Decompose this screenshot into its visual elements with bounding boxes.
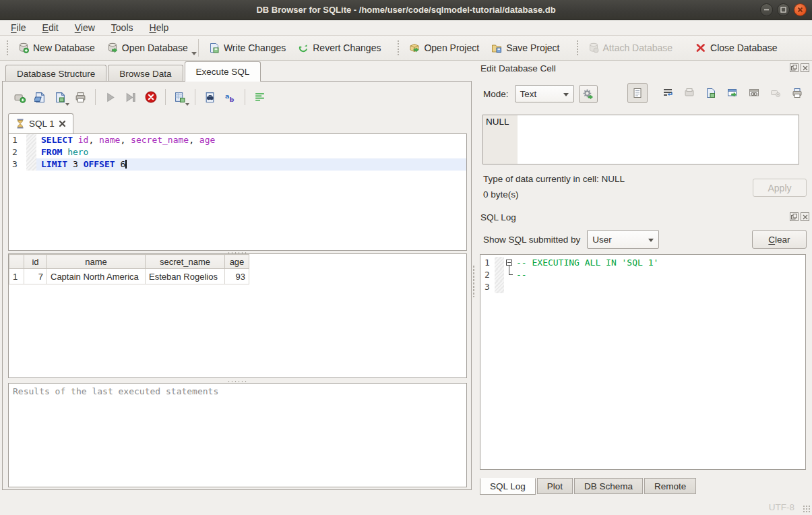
menu-file[interactable]: File	[3, 21, 34, 34]
log-line: 3	[480, 281, 805, 293]
main-toolbar: New Database Open Database Write Changes…	[0, 36, 812, 61]
export-cell-button[interactable]	[700, 83, 722, 103]
tab-db-schema[interactable]: DB Schema	[574, 478, 643, 494]
new-sql-tab-button[interactable]	[11, 88, 29, 107]
float-dock-icon	[791, 65, 797, 71]
open-external-icon	[727, 88, 738, 98]
line-number: 2	[9, 146, 26, 158]
float-dock-button[interactable]	[790, 63, 799, 72]
import-file-icon	[684, 88, 695, 98]
tab-browse-data[interactable]: Browse Data	[108, 65, 183, 82]
copy-link-button[interactable]	[743, 83, 765, 103]
column-header-name[interactable]: name	[47, 255, 146, 269]
new-tab-icon	[14, 92, 26, 103]
mode-label: Mode:	[483, 89, 509, 99]
log-filter-combobox[interactable]: User	[587, 230, 659, 249]
panel-splitter[interactable]	[472, 265, 476, 297]
print-cell-button[interactable]	[786, 83, 808, 103]
editor-line: 2 FROM hero	[9, 146, 466, 158]
row-number[interactable]: 1	[9, 269, 24, 284]
close-dock-button[interactable]	[801, 63, 809, 72]
word-wrap-button[interactable]	[657, 83, 679, 103]
tab-remote[interactable]: Remote	[644, 478, 696, 494]
cell-id[interactable]: 7	[24, 269, 47, 284]
open-project-button[interactable]: Open Project	[403, 39, 485, 57]
close-database-button[interactable]: Close Database	[689, 39, 784, 57]
window-controls	[760, 3, 807, 16]
cell-name[interactable]: Captain North America	[47, 269, 146, 284]
log-entry: --	[516, 269, 527, 281]
hourglass-icon	[15, 119, 25, 129]
cell-age[interactable]: 93	[225, 269, 249, 284]
gear-apply-icon	[582, 88, 594, 100]
corner-header[interactable]	[9, 255, 24, 269]
write-changes-button[interactable]: Write Changes	[203, 39, 292, 57]
right-pane: Edit Database Cell Mode: Text	[476, 61, 812, 495]
format-sql-button[interactable]	[251, 88, 269, 107]
text-cursor	[125, 160, 127, 169]
open-database-dropdown-caret-icon[interactable]	[191, 52, 197, 55]
tab-plot[interactable]: Plot	[537, 478, 573, 494]
cell-secret-name[interactable]: Esteban Rogelios	[146, 269, 225, 284]
close-tab-icon[interactable]	[59, 120, 66, 127]
log-line: 2 --	[480, 269, 805, 281]
menu-view[interactable]: View	[67, 21, 103, 34]
menu-edit[interactable]: Edit	[34, 21, 67, 34]
sql-1-tab[interactable]: SQL 1	[8, 113, 73, 133]
column-header-age[interactable]: age	[225, 255, 249, 269]
log-line-number: 3	[480, 281, 495, 293]
toolbar-drag-handle[interactable]	[575, 39, 580, 57]
revert-changes-button[interactable]: Revert Changes	[292, 39, 387, 57]
float-dock-icon	[791, 214, 797, 220]
auto-mode-button[interactable]	[579, 85, 598, 103]
sql-log-view[interactable]: 1 -- EXECUTING ALL IN 'SQL 1' 2 -- 3	[480, 254, 806, 470]
text-mode-button[interactable]	[627, 83, 648, 103]
new-database-button[interactable]: New Database	[12, 39, 101, 57]
save-sql-file-button[interactable]	[51, 88, 69, 107]
print-sql-button[interactable]	[71, 88, 90, 107]
toolbar-drag-handle[interactable]	[5, 39, 9, 57]
save-project-button[interactable]: Save Project	[485, 39, 565, 57]
word-wrap-icon	[662, 88, 673, 98]
fold-tree-line	[509, 266, 513, 275]
write-changes-icon	[209, 42, 220, 53]
export-results-button[interactable]	[171, 88, 189, 107]
clear-log-button[interactable]: Clear	[752, 230, 807, 249]
tab-execute-sql[interactable]: Execute SQL	[185, 61, 261, 82]
editor-line: 1 SELECT id, name, secret_name, age	[9, 134, 466, 146]
save-sql-dropdown-caret-icon[interactable]	[65, 103, 69, 106]
open-external-button[interactable]	[722, 83, 743, 103]
gutter	[26, 146, 36, 158]
mode-combobox[interactable]: Text	[515, 85, 574, 102]
stop-execution-button[interactable]	[142, 88, 160, 107]
autocomplete-button[interactable]: ab	[221, 88, 239, 107]
fold-minus-icon[interactable]	[506, 260, 512, 266]
open-database-button[interactable]: Open Database	[101, 39, 194, 57]
menu-help[interactable]: Help	[142, 21, 177, 34]
maximize-button[interactable]	[777, 3, 790, 16]
toolbar-drag-handle[interactable]	[396, 39, 400, 57]
text-mode-icon	[632, 88, 643, 98]
sql-log-dock-buttons	[790, 212, 809, 221]
close-button[interactable]	[794, 3, 807, 16]
sql-editor[interactable]: 1 SELECT id, name, secret_name, age 2 FR…	[8, 133, 467, 251]
new-database-icon	[18, 42, 29, 53]
log-filter-label: Show SQL submitted by	[483, 235, 580, 245]
tab-sql-log[interactable]: SQL Log	[480, 478, 536, 495]
float-dock-button[interactable]	[790, 212, 799, 221]
format-icon	[254, 92, 266, 103]
export-results-dropdown-caret-icon[interactable]	[185, 103, 189, 106]
tab-database-structure[interactable]: Database Structure	[5, 65, 106, 82]
column-header-secret-name[interactable]: secret_name	[146, 255, 225, 269]
execute-sql-panel: ab SQL 1 1 SELECT id, name, secret_name,…	[2, 81, 472, 490]
menu-tools[interactable]: Tools	[103, 21, 142, 34]
column-header-id[interactable]: id	[24, 255, 47, 269]
resize-grip[interactable]	[803, 505, 811, 513]
find-button[interactable]	[201, 88, 219, 107]
close-dock-button[interactable]	[801, 212, 809, 221]
cell-value-editor[interactable]: NULL	[482, 115, 799, 164]
minimize-button[interactable]	[760, 3, 773, 16]
chevron-down-icon	[563, 93, 569, 96]
execute-line-icon	[125, 92, 136, 103]
open-sql-file-button[interactable]	[31, 88, 49, 107]
